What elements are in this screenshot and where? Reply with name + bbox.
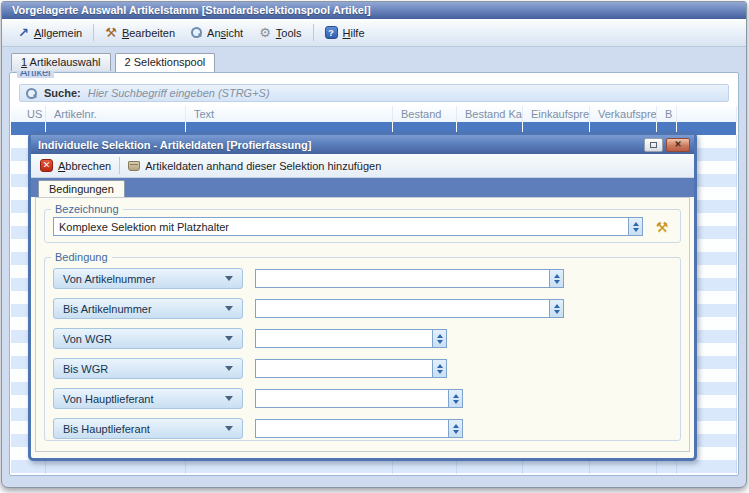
condition-value-input[interactable]	[256, 270, 549, 287]
condition-field-label: Bis WGR	[63, 363, 108, 375]
condition-value-combo[interactable]	[255, 389, 463, 408]
cancel-x-icon: ✕	[40, 159, 53, 172]
spin-down-icon	[437, 370, 443, 374]
condition-row: Bis Hauptlieferant	[53, 418, 672, 439]
condition-value-combo[interactable]	[255, 419, 463, 438]
condition-field-dropdown[interactable]: Von Hauptlieferant	[53, 388, 243, 409]
menu-hilfe-label: Hilfe	[343, 27, 365, 39]
spinner-buttons[interactable]	[448, 420, 462, 437]
main-tab-row: 1 Artikelauswahl 2 Selektionspool	[2, 53, 746, 71]
condition-value-combo[interactable]	[255, 269, 564, 288]
bezeichnung-input[interactable]	[54, 218, 628, 235]
tab-artikelauswahl[interactable]: 1 Artikelauswahl	[11, 53, 111, 71]
condition-value-combo[interactable]	[255, 329, 447, 348]
condition-field-label: Von Hauptlieferant	[63, 393, 154, 405]
condition-value-input[interactable]	[256, 420, 448, 437]
menu-allgemein[interactable]: ↗ Allgemein	[10, 24, 90, 42]
selection-tool-icon[interactable]: ⚒	[652, 219, 672, 235]
menu-ansicht[interactable]: Ansicht	[183, 24, 251, 42]
tab-bedingungen[interactable]: Bedingungen	[38, 180, 125, 198]
spin-down-icon	[633, 228, 639, 232]
restore-icon	[650, 142, 657, 148]
column-header[interactable]: Artikelnr.	[46, 106, 186, 122]
gear-icon: ⚙	[259, 27, 271, 39]
bezeichnung-combo[interactable]	[53, 217, 643, 236]
condition-value-input[interactable]	[256, 330, 432, 347]
column-header[interactable]: Text	[186, 106, 393, 122]
condition-value-input[interactable]	[256, 390, 448, 407]
condition-field-dropdown[interactable]: Bis WGR	[53, 358, 243, 379]
search-input[interactable]	[88, 87, 722, 99]
condition-field-dropdown[interactable]: Bis Hauptlieferant	[53, 418, 243, 439]
condition-field-label: Von Artikelnummer	[63, 273, 155, 285]
cancel-button[interactable]: ✕ Abbrechen	[40, 159, 111, 172]
condition-field-label: Bis Artikelnummer	[63, 303, 152, 315]
menu-hilfe[interactable]: ? Hilfe	[317, 23, 373, 42]
spin-down-icon	[437, 340, 443, 344]
condition-value-combo[interactable]	[255, 359, 447, 378]
condition-field-dropdown[interactable]: Bis Artikelnummer	[53, 298, 243, 319]
condition-field-dropdown[interactable]: Von WGR	[53, 328, 243, 349]
spin-up-icon	[437, 334, 443, 338]
spin-down-icon	[554, 280, 560, 284]
bedingung-group: Bedingung Von Artikelnummer Bis Artikeln…	[44, 257, 681, 441]
menu-bearbeiten[interactable]: ⚒ Bearbeiten	[97, 24, 183, 42]
tab-selektionspool[interactable]: 2 Selektionspool	[115, 53, 216, 72]
chevron-down-icon	[225, 396, 233, 401]
chevron-down-icon	[225, 366, 233, 371]
condition-field-label: Von WGR	[63, 333, 112, 345]
column-header[interactable]: Verkaufspreis	[590, 106, 657, 122]
spin-up-icon	[633, 222, 639, 226]
spinner-buttons[interactable]	[432, 360, 446, 377]
condition-value-combo[interactable]	[255, 299, 564, 318]
spin-up-icon	[453, 394, 459, 398]
main-titlebar[interactable]: Vorgelagerte Auswahl Artikelstamm [Stand…	[2, 2, 746, 19]
condition-row: Bis Artikelnummer	[53, 298, 672, 319]
close-button[interactable]: ✕	[666, 138, 690, 152]
condition-value-input[interactable]	[256, 300, 549, 317]
condition-field-label: Bis Hauptlieferant	[63, 423, 150, 435]
menu-tools[interactable]: ⚙ Tools	[251, 24, 309, 42]
screenshot-stage: Vorgelagerte Auswahl Artikelstamm [Stand…	[0, 0, 749, 493]
dialog-tab-strip: Bedingungen	[31, 178, 694, 197]
column-header-filler	[677, 106, 737, 122]
search-label: Suche:	[44, 87, 81, 99]
dialog-titlebar[interactable]: Individuelle Selektion - Artikeldaten [P…	[31, 135, 694, 154]
bezeichnung-group: Bezeichnung ⚒	[44, 209, 681, 243]
spin-down-icon	[554, 310, 560, 314]
condition-field-dropdown[interactable]: Von Artikelnummer	[53, 268, 243, 289]
spinner-buttons[interactable]	[628, 218, 642, 235]
menu-ansicht-label: Ansicht	[207, 27, 243, 39]
spin-up-icon	[437, 364, 443, 368]
chevron-down-icon	[225, 426, 233, 431]
column-header[interactable]: Einkaufspreis	[523, 106, 590, 122]
spinner-buttons[interactable]	[448, 390, 462, 407]
column-header[interactable]: B	[657, 106, 677, 122]
search-bar[interactable]: Suche:	[19, 84, 729, 102]
condition-row: Bis WGR	[53, 358, 672, 379]
menubar: ↗ Allgemein ⚒ Bearbeiten Ansicht ⚙ Tools…	[2, 19, 746, 47]
column-header[interactable]: US	[11, 106, 46, 122]
condition-value-input[interactable]	[256, 360, 432, 377]
bedingung-group-label: Bedingung	[51, 251, 112, 263]
column-header[interactable]: Bestand Kalk.	[457, 106, 523, 122]
toolbar-separator	[119, 157, 120, 174]
hammer-icon: ⚒	[105, 27, 117, 39]
menu-bearbeiten-label: Bearbeiten	[122, 27, 175, 39]
spin-up-icon	[453, 424, 459, 428]
main-window-title: Vorgelagerte Auswahl Artikelstamm [Stand…	[12, 4, 371, 16]
restore-button[interactable]	[644, 138, 663, 152]
chevron-down-icon	[225, 306, 233, 311]
spinner-buttons[interactable]	[549, 300, 563, 317]
dialog-toolbar: ✕ Abbrechen Artikeldaten anhand dieser S…	[31, 154, 694, 178]
column-header[interactable]: Bestand	[393, 106, 457, 122]
table-header-row: US Artikelnr. Text Bestand Bestand Kalk.…	[11, 106, 737, 122]
condition-row: Von Hauptlieferant	[53, 388, 672, 409]
add-items-icon	[128, 161, 140, 171]
add-selection-button[interactable]: Artikeldaten anhand dieser Selektion hin…	[128, 160, 381, 172]
chevron-down-icon	[225, 336, 233, 341]
spinner-buttons[interactable]	[549, 270, 563, 287]
menu-separator	[93, 24, 94, 41]
spinner-buttons[interactable]	[432, 330, 446, 347]
arrow-up-right-icon: ↗	[18, 27, 29, 38]
